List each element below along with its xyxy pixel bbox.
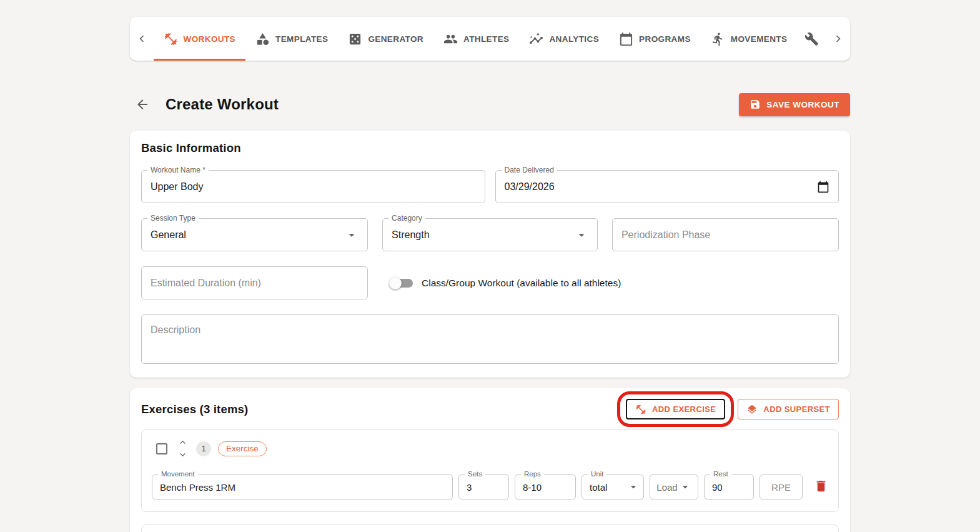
estimated-duration-field[interactable]: Estimated Duration (min) xyxy=(141,266,368,299)
class-group-toggle[interactable] xyxy=(392,279,413,288)
exercise-item-header: 1 Exercise xyxy=(152,437,828,460)
exercises-card: Exercises (3 items) ADD EXERCISE ADD SUP… xyxy=(130,388,850,532)
category-label: Category xyxy=(389,214,425,223)
dropdown-arrow-icon xyxy=(575,228,588,242)
periodization-phase-placeholder: Periodization Phase xyxy=(621,229,710,241)
tab-templates-label: TEMPLATES xyxy=(275,34,328,44)
calendar-icon xyxy=(619,32,633,46)
workout-name-value: Upper Body xyxy=(151,181,204,193)
estimated-duration-placeholder: Estimated Duration (min) xyxy=(151,278,261,289)
description-placeholder: Description xyxy=(151,324,200,336)
unit-value: total xyxy=(590,482,607,493)
dropdown-arrow-icon xyxy=(627,481,640,493)
add-exercise-button[interactable]: ADD EXERCISE xyxy=(626,399,725,419)
exercise-type-pill: Exercise xyxy=(218,441,267,456)
rest-field[interactable]: Rest 90 xyxy=(704,474,754,499)
exercises-header: Exercises (3 items) ADD EXERCISE ADD SUP… xyxy=(141,399,839,419)
delete-exercise-button[interactable] xyxy=(814,479,828,495)
tab-movements-label: MOVEMENTS xyxy=(731,34,788,44)
class-group-toggle-wrap: Class/Group Workout (available to all at… xyxy=(392,278,621,289)
tab-movements[interactable]: MOVEMENTS xyxy=(701,17,798,61)
rest-value: 90 xyxy=(712,482,723,493)
dice-icon xyxy=(348,32,362,46)
date-delivered-label: Date Delivered xyxy=(502,166,557,174)
annotation-highlight-ring: ADD EXERCISE xyxy=(617,391,734,427)
tab-analytics[interactable]: ANALYTICS xyxy=(519,17,609,61)
reps-field[interactable]: Reps 8-10 xyxy=(515,474,576,499)
save-workout-label: SAVE WORKOUT xyxy=(766,100,839,109)
chevron-left-icon xyxy=(135,32,149,46)
date-picker-icon[interactable] xyxy=(817,181,829,193)
save-icon xyxy=(750,99,761,110)
dumbbell-icon xyxy=(635,404,646,415)
page-header: Create Workout SAVE WORKOUT xyxy=(130,92,850,117)
chevron-right-icon xyxy=(831,32,845,46)
tab-athletes[interactable]: ATHLETES xyxy=(433,17,519,61)
workout-name-label: Workout Name * xyxy=(147,166,209,174)
unit-select[interactable]: Unit total xyxy=(582,474,644,499)
save-workout-button[interactable]: SAVE WORKOUT xyxy=(739,93,850,116)
exercise-number-badge: 1 xyxy=(196,441,211,456)
tab-programs[interactable]: PROGRAMS xyxy=(609,17,701,61)
workout-name-field[interactable]: Workout Name * Upper Body xyxy=(141,170,485,203)
reps-label: Reps xyxy=(521,470,544,478)
add-superset-label: ADD SUPERSET xyxy=(763,404,830,414)
load-placeholder: Load xyxy=(656,482,677,493)
tab-workouts[interactable]: WORKOUTS xyxy=(154,17,245,61)
tab-athletes-label: ATHLETES xyxy=(463,34,509,44)
exercise-item: 1 Exercise Movement Bench Press 1RM Sets… xyxy=(141,429,839,512)
exercises-title: Exercises (3 items) xyxy=(141,403,248,416)
sets-value: 3 xyxy=(467,482,472,493)
movement-field[interactable]: Movement Bench Press 1RM xyxy=(152,474,453,499)
load-dropdown[interactable]: Load xyxy=(650,474,698,499)
exercise-fields-row: Movement Bench Press 1RM Sets 3 Reps 8-1… xyxy=(152,474,828,499)
move-up-icon[interactable] xyxy=(177,437,188,448)
exercises-actions: ADD EXERCISE ADD SUPERSET xyxy=(617,399,839,419)
sets-label: Sets xyxy=(465,470,485,478)
description-field[interactable]: Description xyxy=(141,314,839,364)
move-down-icon[interactable] xyxy=(177,449,188,460)
session-type-select[interactable]: Session Type General xyxy=(141,218,368,251)
exercise-checkbox[interactable] xyxy=(156,443,167,454)
nav-scroll-right-button[interactable] xyxy=(826,17,850,61)
category-value: Strength xyxy=(392,229,429,241)
top-navigation: WORKOUTS TEMPLATES GENERATOR ATHLETES AN… xyxy=(130,17,850,61)
basic-information-card: Basic Information Workout Name * Upper B… xyxy=(130,131,850,378)
unit-label: Unit xyxy=(588,470,606,478)
date-delivered-value: 03/29/2026 xyxy=(505,181,555,193)
shapes-icon xyxy=(255,32,270,46)
exercise-item: 2 Exercise xyxy=(141,524,839,532)
tab-generator[interactable]: GENERATOR xyxy=(338,17,433,61)
session-type-label: Session Type xyxy=(147,214,199,223)
movement-label: Movement xyxy=(158,470,198,478)
tab-workouts-label: WORKOUTS xyxy=(184,34,235,44)
rest-label: Rest xyxy=(710,470,731,478)
sets-field[interactable]: Sets 3 xyxy=(458,474,509,499)
dumbbell-icon xyxy=(164,32,178,46)
arrow-back-icon xyxy=(135,97,150,112)
category-select[interactable]: Category Strength xyxy=(382,218,598,251)
wrench-icon xyxy=(804,32,819,46)
trash-icon xyxy=(814,479,828,493)
date-delivered-field[interactable]: Date Delivered 03/29/2026 xyxy=(495,170,839,203)
reorder-controls xyxy=(177,437,188,460)
periodization-phase-field[interactable]: Periodization Phase xyxy=(612,218,839,251)
tab-programs-label: PROGRAMS xyxy=(639,34,691,44)
add-exercise-label: ADD EXERCISE xyxy=(652,404,716,414)
session-type-value: General xyxy=(151,229,186,241)
rpe-field[interactable]: RPE xyxy=(760,474,803,499)
reps-value: 8-10 xyxy=(523,482,542,493)
nav-scroll-left-button[interactable] xyxy=(130,17,154,61)
movement-value: Bench Press 1RM xyxy=(160,482,235,493)
dropdown-arrow-icon xyxy=(679,481,691,493)
people-icon xyxy=(443,32,458,46)
dropdown-arrow-icon xyxy=(345,228,359,242)
tab-analytics-label: ANALYTICS xyxy=(549,34,599,44)
back-button[interactable] xyxy=(130,92,155,117)
tab-templates[interactable]: TEMPLATES xyxy=(245,17,338,61)
nav-tabs: WORKOUTS TEMPLATES GENERATOR ATHLETES AN… xyxy=(154,17,827,61)
class-group-label: Class/Group Workout (available to all at… xyxy=(422,278,621,289)
layers-icon xyxy=(746,404,758,415)
tab-tools[interactable] xyxy=(797,17,826,61)
add-superset-button[interactable]: ADD SUPERSET xyxy=(738,399,839,419)
